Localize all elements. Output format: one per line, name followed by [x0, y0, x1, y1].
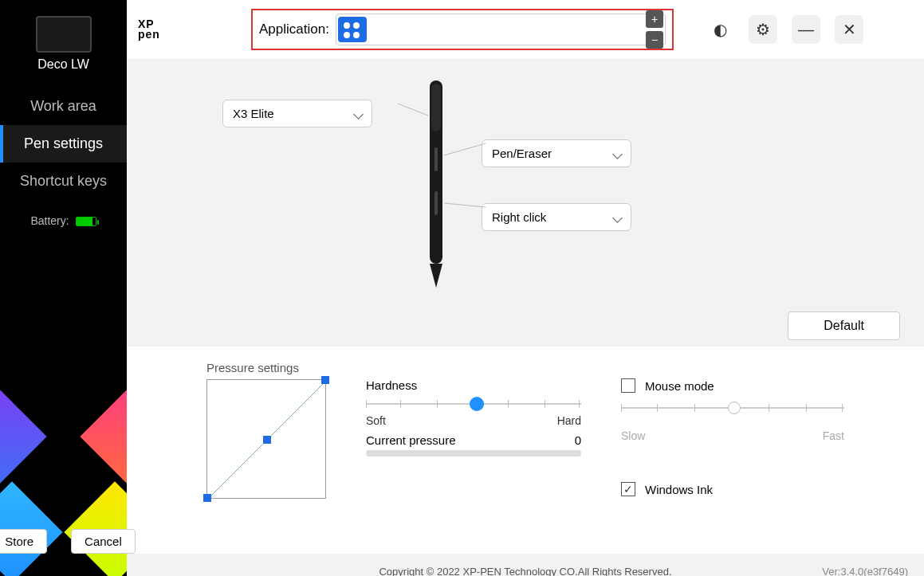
curve-handle-mid[interactable] [263, 436, 271, 444]
main: XP pen Application: + − ◐ ⚙ — ✕ X3 Elite [127, 0, 924, 576]
sidebar: Deco LW Work area Pen settings Shortcut … [0, 0, 127, 576]
pressure-curve[interactable] [206, 379, 326, 499]
nav-shortcut-keys[interactable]: Shortcut keys [0, 163, 127, 200]
content: X3 Elite Pen/Eraser Right click [127, 60, 924, 576]
pen-illustration [398, 76, 509, 299]
default-button[interactable]: Default [788, 312, 900, 340]
copyright-text: Copyright © 2022 XP-PEN Technology CO.Al… [379, 566, 671, 576]
pen-area: X3 Elite Pen/Eraser Right click [151, 84, 900, 347]
svg-rect-4 [431, 84, 441, 131]
pen-model-label: X3 Elite [233, 107, 274, 120]
gear-icon[interactable]: ⚙ [749, 15, 777, 44]
speed-thumb[interactable] [728, 402, 741, 414]
moon-icon[interactable]: ◐ [706, 15, 734, 44]
pressure-bar [366, 450, 581, 456]
slow-label: Slow [621, 429, 645, 442]
device-name: Deco LW [0, 57, 127, 72]
minimize-button[interactable]: — [792, 15, 820, 44]
speed-slider[interactable] [621, 401, 844, 415]
footer: Copyright © 2022 XP-PEN Technology CO.Al… [127, 561, 924, 576]
hardness-thumb[interactable] [470, 397, 484, 411]
battery-status: Battery: [0, 214, 127, 227]
application-label: Application: [259, 22, 329, 37]
chevron-down-icon [355, 107, 362, 120]
hardness-slider[interactable] [366, 397, 581, 411]
pressure-panel: Pressure settings Hardness Soft Hard [127, 347, 924, 554]
current-pressure-value: 0 [575, 433, 581, 447]
soft-label: Soft [366, 414, 386, 427]
hard-label: Hard [557, 414, 581, 427]
svg-line-1 [444, 143, 486, 155]
pressure-title: Pressure settings [206, 361, 326, 374]
svg-rect-6 [434, 191, 438, 215]
application-row: Application: + − [251, 9, 674, 50]
remove-application-button[interactable]: − [646, 31, 663, 49]
battery-label: Battery: [30, 214, 69, 227]
svg-marker-7 [430, 264, 442, 288]
store-button[interactable]: Store [0, 529, 47, 554]
cancel-button[interactable]: Cancel [71, 529, 136, 554]
curve-handle-start[interactable] [203, 494, 211, 502]
app-chip-icon[interactable] [338, 17, 367, 42]
pen-model-dropdown[interactable]: X3 Elite [222, 100, 372, 127]
nav-work-area[interactable]: Work area [0, 88, 127, 125]
tablet-icon [36, 16, 92, 53]
svg-rect-5 [434, 147, 438, 171]
nav-pen-settings[interactable]: Pen settings [0, 125, 127, 163]
close-button[interactable]: ✕ [835, 15, 863, 44]
battery-icon [76, 217, 96, 226]
svg-line-2 [444, 203, 486, 207]
fast-label: Fast [823, 429, 844, 442]
header: XP pen Application: + − ◐ ⚙ — ✕ [127, 0, 924, 60]
mouse-mode-checkbox[interactable] [621, 378, 635, 393]
current-pressure-label: Current pressure [366, 433, 456, 447]
curve-handle-end[interactable] [321, 376, 329, 384]
hardness-label: Hardness [366, 378, 581, 392]
version-text: Ver:3.4.0(e3f7649) [822, 566, 908, 576]
mouse-mode-label: Mouse mode [645, 379, 714, 393]
application-selector[interactable]: + − [336, 14, 666, 45]
svg-line-0 [398, 104, 428, 116]
logo: XP pen [138, 19, 179, 39]
windows-ink-label: Windows Ink [645, 483, 713, 496]
chevron-down-icon [614, 210, 621, 224]
chevron-down-icon [614, 147, 621, 160]
add-application-button[interactable]: + [646, 10, 663, 28]
windows-ink-checkbox[interactable] [621, 482, 635, 496]
